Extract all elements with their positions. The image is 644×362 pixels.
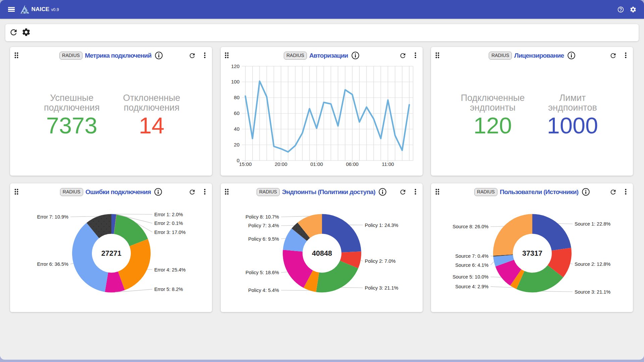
- svg-text:40848: 40848: [312, 249, 332, 257]
- svg-text:Source 8: 26.0%: Source 8: 26.0%: [452, 224, 488, 229]
- svg-text:11:00: 11:00: [382, 161, 394, 167]
- svg-text:Source 6: 4.1%: Source 6: 4.1%: [455, 262, 488, 268]
- svg-text:Source 7: 0.4%: Source 7: 0.4%: [455, 253, 488, 259]
- svg-text:Source 1: 22.8%: Source 1: 22.8%: [575, 221, 610, 227]
- svg-text:15:00: 15:00: [239, 161, 252, 167]
- svg-text:Source 5: 10.0%: Source 5: 10.0%: [452, 274, 488, 280]
- svg-text:100: 100: [231, 79, 239, 84]
- svg-text:20:00: 20:00: [275, 161, 287, 167]
- svg-text:01:00: 01:00: [310, 161, 323, 167]
- svg-text:Policy 8: 10.7%: Policy 8: 10.7%: [246, 214, 279, 220]
- svg-text:Error 7: 10.9%: Error 7: 10.9%: [37, 214, 69, 220]
- svg-text:Policy 3: 21.1%: Policy 3: 21.1%: [365, 285, 398, 291]
- svg-text:27271: 27271: [101, 249, 121, 257]
- svg-text:Error 5: 8.2%: Error 5: 8.2%: [154, 287, 183, 292]
- svg-text:Policy 6: 9.5%: Policy 6: 9.5%: [248, 236, 279, 242]
- svg-text:Policy 5: 18.6%: Policy 5: 18.6%: [246, 270, 279, 275]
- svg-text:06:00: 06:00: [346, 161, 359, 167]
- svg-text:Source 3: 21.1%: Source 3: 21.1%: [575, 289, 610, 295]
- svg-text:60: 60: [234, 110, 239, 116]
- svg-text:Error 6: 36.5%: Error 6: 36.5%: [37, 261, 69, 267]
- svg-text:Error 3: 17.0%: Error 3: 17.0%: [154, 230, 186, 235]
- svg-text:40: 40: [234, 126, 239, 132]
- svg-text:120: 120: [231, 63, 239, 69]
- svg-text:80: 80: [234, 95, 239, 100]
- svg-text:Source 4: 2.9%: Source 4: 2.9%: [455, 284, 488, 289]
- svg-text:Policy 2: 7.0%: Policy 2: 7.0%: [365, 258, 395, 264]
- svg-text:Policy 4: 5.4%: Policy 4: 5.4%: [248, 288, 279, 293]
- svg-text:37317: 37317: [522, 249, 542, 257]
- svg-text:Policy 7: 3.4%: Policy 7: 3.4%: [248, 223, 279, 228]
- svg-text:Source 2: 12.8%: Source 2: 12.8%: [575, 261, 610, 267]
- svg-text:Error 1: 2.0%: Error 1: 2.0%: [154, 212, 183, 217]
- svg-text:Error 4: 25.4%: Error 4: 25.4%: [154, 267, 186, 273]
- svg-text:20: 20: [234, 142, 239, 147]
- svg-text:Policy 1: 24.3%: Policy 1: 24.3%: [365, 223, 398, 228]
- svg-text:Error 2: 0.1%: Error 2: 0.1%: [154, 221, 183, 226]
